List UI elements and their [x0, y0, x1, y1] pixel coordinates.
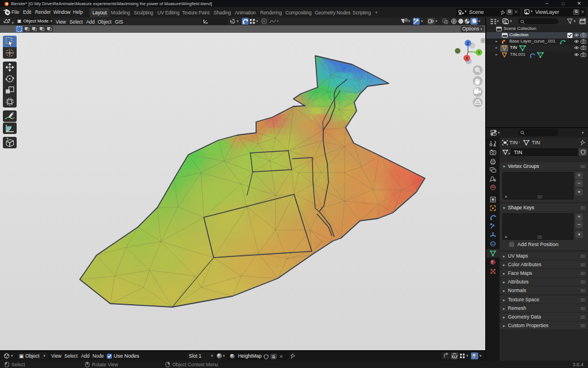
svg-text:X: X	[466, 56, 469, 60]
svg-text:Z: Z	[467, 41, 470, 45]
svg-text:Y: Y	[478, 51, 481, 55]
